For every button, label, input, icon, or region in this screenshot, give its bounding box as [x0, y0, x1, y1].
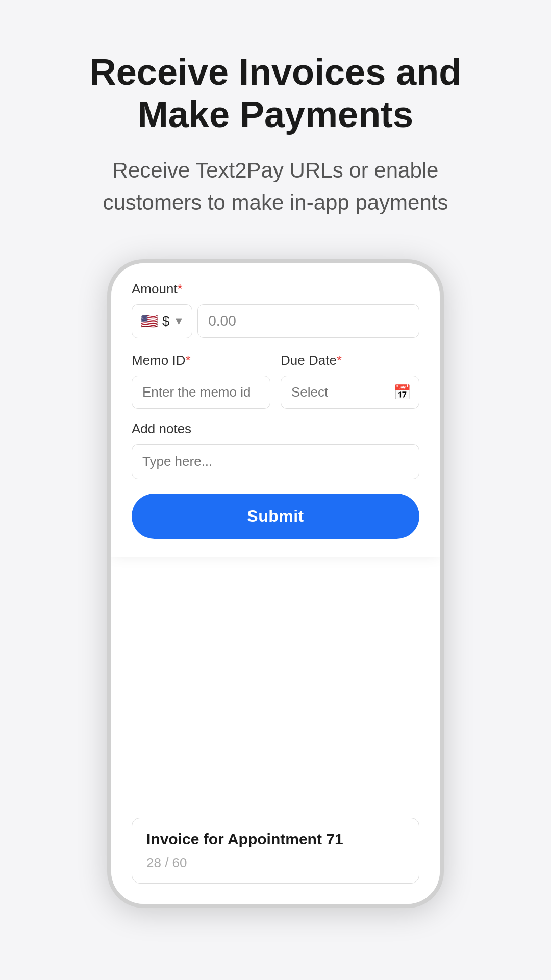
phone-frame: 9:41 📶 ‹ Payment Order Send: [107, 259, 444, 908]
invoice-title: Invoice for Appointment 71: [146, 830, 405, 848]
due-date-required-star: *: [337, 353, 342, 368]
currency-selector[interactable]: 🇺🇸 $ ▼: [132, 304, 192, 338]
notes-input[interactable]: [132, 444, 419, 479]
flag-icon: 🇺🇸: [140, 313, 158, 330]
amount-row: 🇺🇸 $ ▼: [132, 304, 419, 338]
invoice-count: 28 / 60: [146, 855, 405, 871]
invoice-card: Invoice for Appointment 71 28 / 60: [132, 818, 419, 884]
required-star: *: [178, 281, 183, 297]
memo-date-row: Memo ID* Due Date* 📅: [132, 353, 419, 409]
notes-label: Add notes: [132, 421, 419, 437]
date-input-wrapper: 📅: [281, 376, 419, 409]
submit-button[interactable]: Submit: [132, 494, 419, 539]
phone-bottom-section: Invoice for Appointment 71 28 / 60: [111, 807, 440, 904]
currency-symbol: $: [162, 313, 169, 329]
form-card: Amount* 🇺🇸 $ ▼ Memo ID*: [111, 263, 440, 557]
amount-label: Amount*: [132, 281, 419, 297]
page-subtitle: Receive Text2Pay URLs or enable customer…: [82, 154, 469, 218]
memo-id-input[interactable]: [132, 376, 270, 409]
memo-id-label: Memo ID*: [132, 353, 270, 369]
due-date-input[interactable]: [281, 376, 419, 409]
phone-content: Annie Daniel Mobile : +91 8786574388 Pat…: [111, 351, 440, 542]
memo-required-star: *: [185, 353, 190, 368]
memo-col: Memo ID*: [132, 353, 270, 409]
due-date-col: Due Date* 📅: [281, 353, 419, 409]
chevron-down-icon: ▼: [173, 315, 184, 327]
due-date-label: Due Date*: [281, 353, 419, 369]
page-title: Receive Invoices and Make Payments: [71, 51, 480, 136]
amount-input[interactable]: [197, 304, 419, 338]
